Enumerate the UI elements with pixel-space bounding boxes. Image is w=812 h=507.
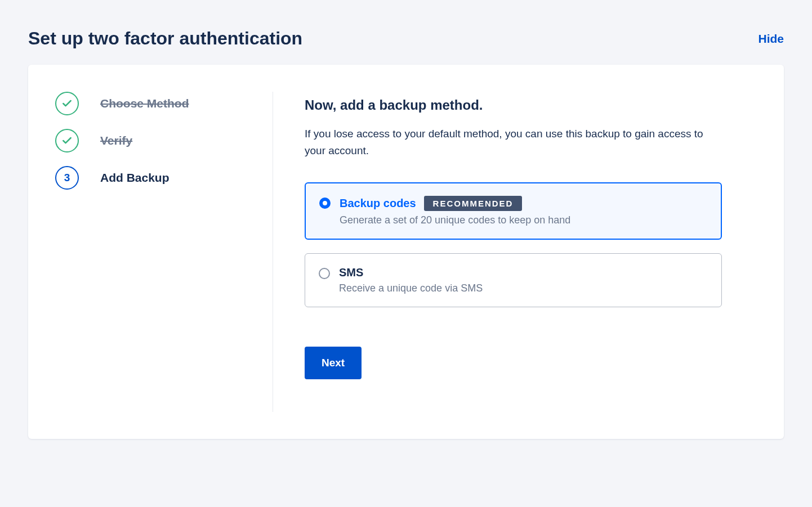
option-title: SMS	[339, 266, 363, 279]
option-description: Receive a unique code via SMS	[339, 282, 708, 294]
check-icon	[55, 129, 79, 152]
option-sms[interactable]: SMS Receive a unique code via SMS	[305, 253, 722, 307]
page-title: Set up two factor authentication	[28, 28, 302, 49]
content-subtext: If you lose access to your default metho…	[305, 125, 722, 160]
next-button[interactable]: Next	[305, 347, 362, 379]
step-label: Verify	[100, 134, 132, 147]
step-add-backup: 3 Add Backup	[55, 166, 250, 190]
step-choose-method: Choose Method	[55, 92, 250, 115]
recommended-badge: RECOMMENDED	[424, 196, 523, 211]
step-number-icon: 3	[55, 166, 79, 190]
content-panel: Now, add a backup method. If you lose ac…	[273, 92, 784, 412]
step-label: Choose Method	[100, 97, 189, 110]
option-backup-codes[interactable]: Backup codes RECOMMENDED Generate a set …	[305, 182, 722, 240]
option-description: Generate a set of 20 unique codes to kee…	[340, 214, 707, 226]
radio-icon	[319, 268, 330, 279]
hide-link[interactable]: Hide	[758, 32, 784, 46]
radio-icon	[319, 198, 331, 209]
content-heading: Now, add a backup method.	[305, 97, 722, 113]
option-title: Backup codes	[340, 197, 416, 210]
step-verify: Verify	[55, 129, 250, 152]
setup-card: Choose Method Verify 3 Add Backup Now, a…	[28, 65, 784, 439]
check-icon	[55, 92, 79, 115]
step-label: Add Backup	[100, 171, 169, 185]
steps-sidebar: Choose Method Verify 3 Add Backup	[28, 92, 273, 412]
